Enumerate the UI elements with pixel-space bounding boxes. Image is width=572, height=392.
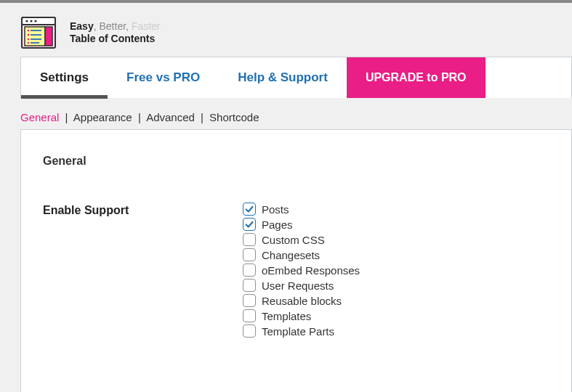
svg-point-7 (28, 30, 30, 32)
tab-free-vs-pro[interactable]: Free vs PRO (108, 57, 219, 98)
checkbox-item: Template Parts (243, 324, 360, 338)
tab-settings[interactable]: Settings (21, 57, 108, 98)
subtab-appearance[interactable]: Appearance (73, 111, 132, 123)
post-types-checkbox-list: PostsPagesCustom CSSChangesetsoEmbed Res… (243, 203, 360, 338)
checkbox-label[interactable]: oEmbed Responses (262, 264, 360, 277)
checkbox-label[interactable]: User Requests (262, 279, 334, 292)
checkbox-label[interactable]: Pages (262, 219, 293, 231)
svg-rect-6 (45, 27, 52, 46)
svg-point-3 (30, 20, 32, 22)
checkbox-label[interactable]: Reusable blocks (262, 295, 342, 307)
checkmark-icon (244, 219, 254, 229)
logo-icon (20, 16, 57, 49)
form-row-enable-support: Enable Support PostsPagesCustom CSSChang… (43, 203, 549, 338)
subtab-separator: | (65, 111, 68, 123)
subtab-general[interactable]: General (20, 111, 59, 123)
checkmark-icon (244, 204, 254, 214)
checkbox-item: Templates (243, 309, 360, 322)
checkbox[interactable] (243, 309, 256, 322)
tagline: Easy, Better, Faster (70, 20, 161, 33)
tagline-easy: Easy (70, 20, 94, 32)
checkbox[interactable] (243, 294, 256, 307)
main-tabs: Settings Free vs PRO Help & Support UPGR… (20, 57, 572, 98)
tagline-better: , Better, (94, 20, 132, 32)
tagline-faster: Faster (132, 20, 161, 32)
svg-point-4 (34, 20, 36, 22)
checkbox-label[interactable]: Template Parts (262, 325, 334, 338)
checkbox[interactable] (243, 279, 256, 292)
header-text: Easy, Better, Faster Table of Contents (70, 20, 161, 45)
checkbox-label[interactable]: Posts (262, 203, 289, 216)
checkbox-item: oEmbed Responses (243, 264, 360, 277)
checkbox-item: Changesets (243, 248, 360, 261)
svg-point-11 (28, 38, 30, 41)
svg-point-13 (28, 42, 30, 44)
svg-point-9 (28, 34, 30, 36)
subtab-advanced[interactable]: Advanced (146, 111, 195, 123)
checkbox-item: Reusable blocks (243, 294, 360, 307)
checkbox[interactable] (243, 248, 256, 261)
sub-tabs: General | Appearance | Advanced | Shortc… (20, 111, 572, 123)
label-enable-support: Enable Support (43, 203, 243, 217)
checkbox-item: Posts (243, 203, 360, 216)
subtab-shortcode[interactable]: Shortcode (209, 111, 259, 123)
subtab-separator: | (138, 111, 141, 123)
section-title-general: General (43, 155, 549, 168)
checkbox-label[interactable]: Custom CSS (262, 234, 325, 246)
header: Easy, Better, Faster Table of Contents (0, 3, 572, 57)
checkbox[interactable] (243, 203, 256, 216)
checkbox[interactable] (243, 264, 256, 277)
tab-help-support[interactable]: Help & Support (219, 57, 347, 98)
checkbox-item: User Requests (243, 279, 360, 292)
subtab-separator: | (201, 111, 204, 123)
checkbox-item: Custom CSS (243, 233, 360, 246)
checkbox-label[interactable]: Templates (262, 310, 311, 322)
checkbox-label[interactable]: Changesets (262, 249, 320, 261)
tab-upgrade-to-pro[interactable]: UPGRADE to PRO (347, 57, 486, 98)
checkbox[interactable] (243, 218, 256, 231)
settings-panel: General Enable Support PostsPagesCustom … (20, 129, 572, 392)
checkbox[interactable] (243, 233, 256, 246)
checkbox-item: Pages (243, 218, 360, 231)
product-name: Table of Contents (70, 33, 161, 45)
svg-point-2 (25, 20, 28, 22)
checkbox[interactable] (243, 324, 256, 338)
